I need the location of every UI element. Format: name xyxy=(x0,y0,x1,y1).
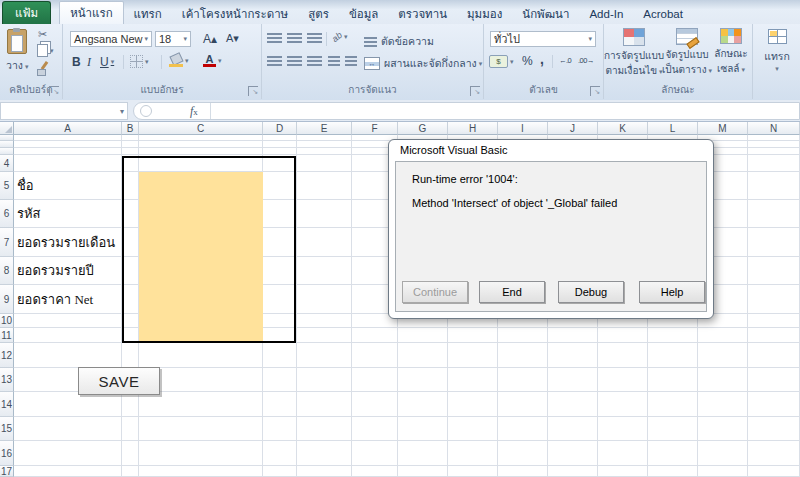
grid-cell-A7[interactable]: ยอดรวมรายเดือน xyxy=(14,228,122,257)
grid-cell-E5[interactable] xyxy=(297,172,352,200)
wrap-text-button[interactable]: ตัดข้อความ xyxy=(364,33,434,50)
font-name-combobox[interactable]: Angsana New▾ xyxy=(70,31,152,47)
grid-cell-N14[interactable] xyxy=(748,392,800,417)
grid-cell-N12[interactable] xyxy=(748,343,800,368)
grid-cell-H17[interactable] xyxy=(448,466,498,477)
row-header-4[interactable]: 4 xyxy=(0,155,14,172)
select-all-corner[interactable] xyxy=(0,122,14,135)
ribbon-tab-9[interactable]: Acrobat xyxy=(633,3,693,24)
grid-cell-D[interactable] xyxy=(263,148,297,155)
grid-cell-N[interactable] xyxy=(748,148,800,155)
grid-cell-J15[interactable] xyxy=(548,417,598,441)
align-bottom-button[interactable] xyxy=(307,33,322,43)
increase-indent-button[interactable] xyxy=(345,56,357,66)
decrease-decimal-button[interactable]: .00→ xyxy=(578,56,594,65)
underline-button[interactable]: U xyxy=(100,55,114,69)
grid-cell-L11[interactable] xyxy=(648,328,698,343)
grid-cell-G12[interactable] xyxy=(398,343,448,368)
grid-cell-M13[interactable] xyxy=(698,368,748,392)
grid-cell-H11[interactable] xyxy=(448,328,498,343)
grid-cell-A4[interactable] xyxy=(14,155,122,172)
column-header-H[interactable]: H xyxy=(448,122,498,135)
grid-cell-K15[interactable] xyxy=(598,417,648,441)
cell-styles-button[interactable]: ลักษณะ เซลล์ xyxy=(712,28,750,76)
orientation-button[interactable]: ab xyxy=(332,32,348,42)
grid-cell-E8[interactable] xyxy=(297,257,352,285)
row-header-15[interactable]: 15 xyxy=(0,417,14,441)
align-left-button[interactable] xyxy=(267,56,282,66)
grid-cell-I17[interactable] xyxy=(498,466,548,477)
grid-cell-H13[interactable] xyxy=(448,368,498,392)
grid-cell-N[interactable] xyxy=(748,141,800,148)
grid-cell-A[interactable] xyxy=(14,141,122,148)
fill-color-button[interactable] xyxy=(169,54,189,67)
italic-button[interactable]: I xyxy=(87,55,91,70)
grid-cell-A16[interactable] xyxy=(14,441,122,466)
grid-cell-C[interactable] xyxy=(139,141,263,148)
grid-cell-D16[interactable] xyxy=(263,441,297,466)
grid-cell-B15[interactable] xyxy=(122,417,139,441)
grid-cell-J12[interactable] xyxy=(548,343,598,368)
align-top-button[interactable] xyxy=(267,33,282,43)
grid-cell-H16[interactable] xyxy=(448,441,498,466)
grid-cell-N9[interactable] xyxy=(748,285,800,314)
percent-format-button[interactable]: % xyxy=(522,54,533,68)
grid-cell-B[interactable] xyxy=(122,141,139,148)
paste-button[interactable]: วาง xyxy=(6,29,28,74)
grid-cell-A10[interactable] xyxy=(14,314,122,328)
grid-cell-L17[interactable] xyxy=(648,466,698,477)
grid-cell-N7[interactable] xyxy=(748,228,800,257)
grid-cell-D15[interactable] xyxy=(263,417,297,441)
name-box-dropdown-icon[interactable]: ▾ xyxy=(120,107,124,116)
grid-cell-C[interactable] xyxy=(139,148,263,155)
grid-cell-E[interactable] xyxy=(297,141,352,148)
grid-cell-N13[interactable] xyxy=(748,368,800,392)
grid-cell-C17[interactable] xyxy=(139,466,263,477)
grid-cell-L15[interactable] xyxy=(648,417,698,441)
cut-button[interactable]: ✂ xyxy=(38,28,47,41)
grid-cell-D14[interactable] xyxy=(263,392,297,417)
font-color-button[interactable]: A xyxy=(203,54,222,67)
save-button[interactable]: SAVE xyxy=(78,367,160,395)
grid-cell-F12[interactable] xyxy=(352,343,398,368)
grid-cell-I14[interactable] xyxy=(498,392,548,417)
conditional-formatting-button[interactable]: การจัดรูปแบบ ตามเงื่อนไข xyxy=(606,28,662,78)
decrease-indent-button[interactable] xyxy=(328,56,340,66)
row-header-8[interactable]: 8 xyxy=(0,257,14,285)
comma-format-button[interactable]: , xyxy=(540,55,544,63)
row-header-14[interactable]: 14 xyxy=(0,392,14,417)
grid-cell-G17[interactable] xyxy=(398,466,448,477)
grid-cell-G14[interactable] xyxy=(398,392,448,417)
grid-cell-M16[interactable] xyxy=(698,441,748,466)
grid-cell-F16[interactable] xyxy=(352,441,398,466)
clipboard-dialog-launcher-icon[interactable]: ↘ xyxy=(49,86,59,96)
row-header-13[interactable]: 13 xyxy=(0,368,14,392)
row-header-17[interactable]: 17 xyxy=(0,466,14,477)
column-header-L[interactable]: L xyxy=(648,122,698,135)
align-center-button[interactable] xyxy=(287,56,302,66)
grid-cell-H14[interactable] xyxy=(448,392,498,417)
row-header-5[interactable]: 5 xyxy=(0,172,14,200)
row-header-11[interactable]: 11 xyxy=(0,328,14,343)
grid-cell-N10[interactable] xyxy=(748,314,800,328)
grid-cell-E4[interactable] xyxy=(297,155,352,172)
grid-cell-K16[interactable] xyxy=(598,441,648,466)
name-box[interactable]: ▾ xyxy=(0,102,128,120)
row-header-6[interactable]: 6 xyxy=(0,200,14,228)
row-header-9[interactable]: 9 xyxy=(0,285,14,314)
grid-cell-M11[interactable] xyxy=(698,328,748,343)
grid-cell-K17[interactable] xyxy=(598,466,648,477)
merge-center-button[interactable]: ↔ ผสานและจัดกึ่งกลาง xyxy=(364,55,482,72)
grid-cell-G13[interactable] xyxy=(398,368,448,392)
column-header-K[interactable]: K xyxy=(598,122,648,135)
format-as-table-button[interactable]: จัดรูปแบบ เป็นตาราง xyxy=(664,28,710,77)
ribbon-tab-5[interactable]: ตรวจทาน xyxy=(388,3,457,24)
borders-button[interactable] xyxy=(130,55,149,68)
grid-cell-N6[interactable] xyxy=(748,200,800,228)
column-header-F[interactable]: F xyxy=(352,122,398,135)
grid-cell-A[interactable] xyxy=(14,148,122,155)
grid-cell-E9[interactable] xyxy=(297,285,352,314)
increase-decimal-button[interactable]: ←.0 xyxy=(559,56,571,65)
grid-cell-E16[interactable] xyxy=(297,441,352,466)
grid-cell-F14[interactable] xyxy=(352,392,398,417)
